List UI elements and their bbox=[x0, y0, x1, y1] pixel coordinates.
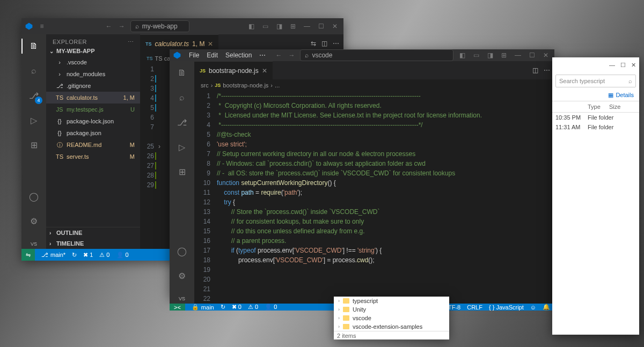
search-icon: ⌕ bbox=[628, 78, 632, 84]
panel-left-icon[interactable]: ◧ bbox=[457, 50, 467, 61]
layout-icon[interactable]: ⊞ bbox=[288, 21, 298, 32]
minimize-icon[interactable]: — bbox=[302, 21, 312, 32]
explorer-menu-icon[interactable]: ⋯ bbox=[128, 39, 134, 46]
sync-icon[interactable]: ↻ bbox=[72, 252, 77, 259]
feedback-icon[interactable]: ☺ bbox=[530, 304, 536, 311]
more-icon[interactable]: ⋯ bbox=[544, 67, 550, 74]
forward-icon[interactable]: → bbox=[116, 21, 127, 32]
command-center[interactable]: vscode bbox=[300, 49, 453, 61]
timeline-section[interactable]: TIMELINE bbox=[46, 238, 140, 249]
file-label: .gitignore bbox=[67, 83, 91, 89]
split-icon[interactable]: ◫ bbox=[321, 40, 327, 47]
branch-indicator[interactable]: 🔒 main bbox=[192, 304, 214, 311]
tree-item[interactable]: ›node_modules bbox=[46, 68, 140, 80]
back-icon[interactable]: ← bbox=[104, 21, 114, 32]
panel-bottom-icon[interactable]: ▭ bbox=[260, 21, 270, 32]
more-icon[interactable]: ⋯ bbox=[333, 40, 339, 47]
list-item[interactable]: ›Unity bbox=[334, 305, 449, 314]
panel-right-icon[interactable]: ◨ bbox=[274, 21, 284, 32]
menubar: File Edit Selection ⋯ bbox=[185, 51, 270, 59]
compare-icon[interactable]: ⇆ bbox=[311, 40, 316, 47]
menu-file[interactable]: File bbox=[189, 51, 199, 59]
panel-right-icon[interactable]: ◨ bbox=[485, 50, 495, 61]
tree-item[interactable]: ›.vscode bbox=[46, 56, 140, 68]
list-item[interactable]: 10:35 PMFile folder bbox=[552, 113, 639, 122]
tree-item[interactable]: {}package-lock.json bbox=[46, 115, 140, 127]
list-item[interactable]: ›vscode-extension-samples bbox=[334, 322, 449, 331]
file-status: U bbox=[130, 106, 135, 113]
tree-item[interactable]: TSserver.tsM bbox=[46, 151, 140, 163]
account-icon[interactable]: ◯ bbox=[175, 245, 188, 257]
search-placeholder: Search typescript bbox=[559, 78, 628, 84]
breadcrumb[interactable]: src› JS bootstrap-node.js›... bbox=[194, 79, 554, 91]
hamburger-icon[interactable]: ≡ bbox=[36, 21, 47, 32]
tree-item[interactable]: JSmy.testspec.jsU bbox=[46, 104, 140, 115]
close-icon[interactable]: ✕ bbox=[330, 21, 340, 32]
gear-icon[interactable]: ⚙ bbox=[175, 269, 188, 282]
search-icon[interactable]: ⌕ bbox=[175, 91, 188, 104]
tree-item[interactable]: ⓘREADME.mdM bbox=[46, 139, 140, 151]
maximize-icon[interactable]: ☐ bbox=[620, 62, 626, 69]
tree-item[interactable]: ⎇.gitignore bbox=[46, 80, 140, 92]
forward-icon[interactable]: → bbox=[286, 50, 297, 61]
close-icon[interactable]: ✕ bbox=[631, 62, 636, 69]
column-headers[interactable]: TypeSize bbox=[552, 101, 639, 113]
command-center[interactable]: my-web-app bbox=[130, 20, 190, 32]
bell-icon[interactable]: 🔔 bbox=[543, 304, 550, 311]
branch-indicator[interactable]: ⎇ main* bbox=[41, 252, 65, 259]
remote-indicator[interactable]: ⇋ bbox=[21, 249, 35, 261]
close-tab-icon[interactable]: ✕ bbox=[208, 40, 213, 48]
sync-icon[interactable]: ↻ bbox=[221, 304, 225, 311]
extensions-icon[interactable]: ⊞ bbox=[27, 138, 40, 151]
details-toggle[interactable]: ▦ Details bbox=[552, 90, 639, 101]
split-icon[interactable]: ◫ bbox=[532, 67, 538, 74]
back-icon[interactable]: ← bbox=[273, 50, 284, 61]
menu-edit[interactable]: Edit bbox=[207, 51, 218, 59]
list-item[interactable]: ›vscode bbox=[334, 314, 449, 322]
folder-header[interactable]: MY-WEB-APP bbox=[46, 46, 140, 56]
tree-item[interactable]: TScalculator.ts1, M bbox=[46, 92, 140, 104]
list-item[interactable]: ›typescript bbox=[334, 297, 449, 305]
panel-left-icon[interactable]: ◧ bbox=[246, 21, 257, 32]
file-icon: ⎇ bbox=[56, 83, 63, 90]
extensions-icon[interactable]: ⊞ bbox=[175, 165, 188, 178]
tab-status: 1, M bbox=[192, 40, 204, 48]
explorer-icon[interactable]: 🗎 bbox=[175, 67, 188, 79]
problems-warnings[interactable]: ⚠ 0 bbox=[248, 304, 258, 311]
file-icon: JS bbox=[56, 106, 63, 113]
status-other[interactable]: 👤 0 bbox=[116, 252, 129, 259]
minimize-icon[interactable]: — bbox=[609, 62, 615, 68]
maximize-icon[interactable]: ☐ bbox=[526, 50, 537, 61]
menu-selection[interactable]: Selection bbox=[225, 51, 252, 59]
list-item[interactable]: 11:31 AMFile folder bbox=[552, 122, 639, 132]
explorer-icon[interactable]: 🗎 bbox=[27, 40, 40, 53]
search-input[interactable]: Search typescript ⌕ bbox=[555, 75, 636, 87]
activity-bar: 🗎 ⌕ ⎇ ▷ ⊞ ◯ ⚙ VS bbox=[170, 61, 194, 304]
debug-icon[interactable]: ▷ bbox=[27, 114, 40, 127]
close-tab-icon[interactable]: ✕ bbox=[262, 67, 267, 75]
minimize-icon[interactable]: — bbox=[513, 50, 523, 61]
tree-item[interactable]: {}package.json bbox=[46, 127, 140, 139]
panel-bottom-icon[interactable]: ▭ bbox=[471, 50, 481, 61]
scm-icon[interactable]: ⎇4 bbox=[27, 89, 40, 102]
file-label: .vscode bbox=[67, 59, 87, 65]
layout-icon[interactable]: ⊞ bbox=[499, 50, 509, 61]
problems-warnings[interactable]: ⚠ 0 bbox=[99, 252, 109, 259]
search-icon[interactable]: ⌕ bbox=[27, 64, 40, 77]
eol[interactable]: CRLF bbox=[467, 304, 482, 311]
tab-bootstrap[interactable]: JS bootstrap-node.js ✕ bbox=[194, 61, 273, 79]
menu-more-icon[interactable]: ⋯ bbox=[259, 51, 266, 59]
editor-text[interactable]: /*--------------------------------------… bbox=[217, 91, 554, 304]
close-icon[interactable]: ✕ bbox=[540, 50, 551, 61]
outline-section[interactable]: OUTLINE bbox=[46, 227, 140, 238]
account-icon[interactable]: ◯ bbox=[27, 190, 40, 203]
remote-indicator[interactable]: >< bbox=[170, 304, 185, 311]
scm-icon[interactable]: ⎇ bbox=[175, 116, 188, 129]
problems-errors[interactable]: ✖ 1 bbox=[83, 252, 93, 259]
problems-errors[interactable]: ✖ 0 bbox=[232, 304, 241, 311]
gear-icon[interactable]: ⚙ bbox=[27, 215, 40, 227]
maximize-icon[interactable]: ☐ bbox=[316, 21, 326, 32]
debug-icon[interactable]: ▷ bbox=[175, 141, 188, 153]
status-other[interactable]: 👤 0 bbox=[265, 304, 277, 311]
language-mode[interactable]: { } JavaScript bbox=[489, 304, 524, 311]
